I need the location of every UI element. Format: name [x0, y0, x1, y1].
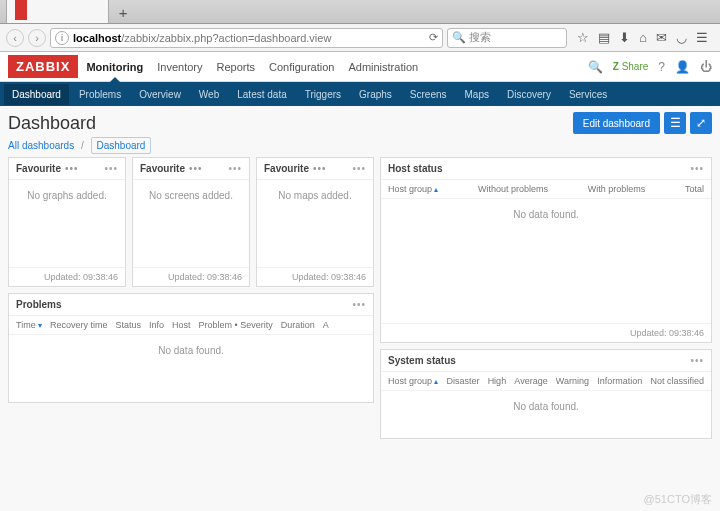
problems-empty: No data found.	[9, 335, 373, 402]
subnav-screens[interactable]: Screens	[402, 84, 455, 105]
col-host[interactable]: Host	[172, 320, 191, 330]
title-row: Dashboard Edit dashboard ☰ ⤢	[8, 112, 712, 134]
reload-icon[interactable]: ⟳	[429, 31, 438, 44]
url-path: /zabbix/zabbix.php?action=dashboard.view	[121, 32, 331, 44]
home-icon[interactable]: ⌂	[639, 30, 647, 45]
col-total[interactable]: Total	[685, 184, 704, 194]
search-icon[interactable]: 🔍	[588, 60, 603, 74]
back-button[interactable]: ‹	[6, 29, 24, 47]
dots-icon[interactable]: •••	[313, 163, 327, 174]
col-warning[interactable]: Warning	[556, 376, 589, 386]
new-tab-button[interactable]: +	[111, 2, 136, 23]
url-domain: localhost	[73, 32, 121, 44]
dots-icon[interactable]: •••	[189, 163, 203, 174]
help-icon[interactable]: ?	[658, 60, 665, 74]
col-ack[interactable]: A	[323, 320, 329, 330]
problems-columns: Time Recovery time Status Info Host Prob…	[9, 316, 373, 335]
nav-administration[interactable]: Administration	[348, 53, 418, 81]
nav-reports[interactable]: Reports	[216, 53, 255, 81]
col-time[interactable]: Time	[16, 320, 42, 330]
widget-menu-icon[interactable]: •••	[352, 163, 366, 174]
favicon-icon: Z	[15, 0, 27, 20]
subnav-maps[interactable]: Maps	[457, 84, 497, 105]
search-icon: 🔍	[452, 31, 466, 44]
app-header: ZABBIX Monitoring Inventory Reports Conf…	[0, 52, 720, 82]
browser-tabs: Z Dashboard × +	[0, 0, 720, 24]
subnav-web[interactable]: Web	[191, 84, 227, 105]
info-icon[interactable]: i	[55, 31, 69, 45]
logout-icon[interactable]: ⏻	[700, 60, 712, 74]
widget-title: Host status	[388, 163, 442, 174]
bookmark-icon[interactable]: ☆	[577, 30, 589, 45]
widget-problems: Problems••• Time Recovery time Status In…	[8, 293, 374, 403]
dashboard-grid: Favourite•••••• No graphs added. Updated…	[8, 157, 712, 439]
fav-row: Favourite•••••• No graphs added. Updated…	[8, 157, 374, 287]
col-duration[interactable]: Duration	[281, 320, 315, 330]
user-icon[interactable]: 👤	[675, 60, 690, 74]
subnav-dashboard[interactable]: Dashboard	[4, 84, 69, 105]
col-info[interactable]: Info	[149, 320, 164, 330]
nav-configuration[interactable]: Configuration	[269, 53, 334, 81]
share-link[interactable]: Z Share	[613, 61, 649, 72]
menu-icon[interactable]: ☰	[696, 30, 708, 45]
library-icon[interactable]: ▤	[598, 30, 610, 45]
browser-toolbar: ‹ › i localhost /zabbix/zabbix.php?actio…	[0, 24, 720, 52]
col-hostgroup[interactable]: Host group	[388, 184, 438, 194]
logo[interactable]: ZABBIX	[8, 55, 78, 78]
col-hostgroup[interactable]: Host group	[388, 376, 438, 386]
crumb-current[interactable]: Dashboard	[91, 137, 152, 154]
search-placeholder: 搜索	[469, 30, 491, 45]
subnav-services[interactable]: Services	[561, 84, 615, 105]
browser-search[interactable]: 🔍 搜索	[447, 28, 567, 48]
edit-dashboard-button[interactable]: Edit dashboard	[573, 112, 660, 134]
nav-monitoring[interactable]: Monitoring	[86, 53, 143, 81]
col-without[interactable]: Without problems	[478, 184, 548, 194]
mail-icon[interactable]: ✉	[656, 30, 667, 45]
col-right: Host status••• Host group Without proble…	[380, 157, 712, 439]
widget-footer: Updated: 09:38:46	[257, 267, 373, 286]
subnav-triggers[interactable]: Triggers	[297, 84, 349, 105]
col-notclassified[interactable]: Not classified	[650, 376, 704, 386]
list-view-button[interactable]: ☰	[664, 112, 686, 134]
widget-menu-icon[interactable]: •••	[228, 163, 242, 174]
col-high[interactable]: High	[488, 376, 507, 386]
nav-inventory[interactable]: Inventory	[157, 53, 202, 81]
crumb-sep: /	[81, 140, 84, 151]
fullscreen-button[interactable]: ⤢	[690, 112, 712, 134]
widget-menu-icon[interactable]: •••	[352, 299, 366, 310]
forward-button[interactable]: ›	[28, 29, 46, 47]
widget-title: Favourite	[140, 163, 185, 174]
page: Dashboard Edit dashboard ☰ ⤢ All dashboa…	[0, 106, 720, 445]
widget-title: Favourite	[264, 163, 309, 174]
subnav-overview[interactable]: Overview	[131, 84, 189, 105]
widget-empty: No graphs added.	[9, 180, 125, 267]
col-problem-severity[interactable]: Problem • Severity	[198, 320, 272, 330]
widget-footer: Updated: 09:38:46	[9, 267, 125, 286]
col-average[interactable]: Average	[514, 376, 547, 386]
dots-icon[interactable]: •••	[65, 163, 79, 174]
widget-fav-screens: Favourite•••••• No screens added. Update…	[132, 157, 250, 287]
subnav-problems[interactable]: Problems	[71, 84, 129, 105]
watermark: @51CTO博客	[644, 492, 712, 507]
header-actions: 🔍 Z Share ? 👤 ⏻	[588, 60, 712, 74]
main-nav: Monitoring Inventory Reports Configurati…	[86, 53, 418, 81]
col-with[interactable]: With problems	[588, 184, 646, 194]
page-title: Dashboard	[8, 113, 96, 134]
crumb-root[interactable]: All dashboards	[8, 140, 74, 151]
widget-menu-icon[interactable]: •••	[690, 163, 704, 174]
col-information[interactable]: Information	[597, 376, 642, 386]
subnav-graphs[interactable]: Graphs	[351, 84, 400, 105]
subnav-latest-data[interactable]: Latest data	[229, 84, 294, 105]
subnav-discovery[interactable]: Discovery	[499, 84, 559, 105]
hoststatus-columns: Host group Without problems With problem…	[381, 180, 711, 199]
widget-menu-icon[interactable]: •••	[690, 355, 704, 366]
downloads-icon[interactable]: ⬇	[619, 30, 630, 45]
col-recovery[interactable]: Recovery time	[50, 320, 108, 330]
pocket-icon[interactable]: ◡	[676, 30, 687, 45]
widget-menu-icon[interactable]: •••	[104, 163, 118, 174]
url-bar[interactable]: i localhost /zabbix/zabbix.php?action=da…	[50, 28, 443, 48]
widget-title: Favourite	[16, 163, 61, 174]
col-disaster[interactable]: Disaster	[446, 376, 479, 386]
browser-tab[interactable]: Z Dashboard ×	[6, 0, 109, 23]
col-status[interactable]: Status	[115, 320, 141, 330]
